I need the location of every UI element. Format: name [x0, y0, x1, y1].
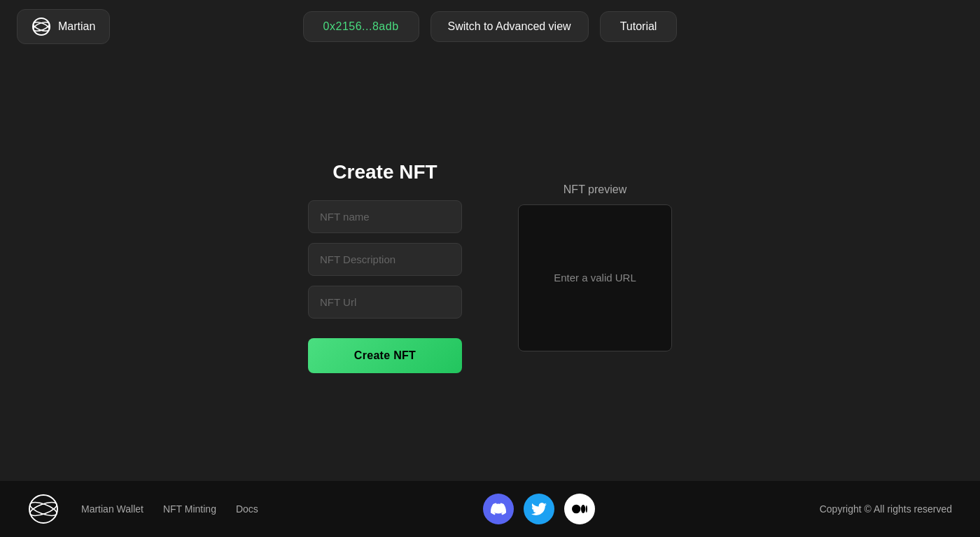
martian-logo-icon [31, 17, 51, 36]
nft-url-input[interactable] [308, 286, 462, 319]
nft-description-input[interactable] [308, 243, 462, 276]
svg-point-0 [33, 18, 50, 35]
footer-link-docs[interactable]: Docs [236, 503, 258, 515]
switch-label: Switch to Advanced view [448, 20, 571, 32]
medium-button[interactable] [564, 494, 595, 524]
address-button[interactable]: 0x2156...8adb [303, 11, 419, 42]
nft-preview-section: NFT preview Enter a valid URL [518, 183, 672, 351]
nft-name-input[interactable] [308, 200, 462, 233]
medium-icon [572, 501, 587, 517]
tutorial-label: Tutorial [620, 20, 657, 32]
twitter-icon [531, 501, 547, 517]
switch-view-button[interactable]: Switch to Advanced view [430, 11, 589, 42]
create-nft-button-label: Create NFT [354, 349, 416, 361]
twitter-button[interactable] [524, 494, 554, 524]
copyright-text: Copyright © All rights reserved [820, 503, 952, 515]
form-title: Create NFT [332, 161, 437, 183]
discord-button[interactable] [483, 494, 514, 524]
create-nft-button[interactable]: Create NFT [308, 338, 462, 373]
logo-label: Martian [58, 20, 95, 33]
footer-link-nft-minting[interactable]: NFT Minting [163, 503, 216, 515]
footer: Martian Wallet NFT Minting Docs Copyrigh… [0, 481, 980, 537]
discord-icon [491, 501, 506, 517]
footer-logo-icon [28, 494, 59, 524]
tutorial-button[interactable]: Tutorial [600, 11, 678, 42]
preview-label: NFT preview [564, 183, 626, 196]
form-inputs: Create NFT [308, 200, 462, 373]
nft-preview-box: Enter a valid URL [518, 204, 672, 351]
header: Martian 0x2156...8adb Switch to Advanced… [0, 0, 980, 53]
footer-links: Martian Wallet NFT Minting Docs [81, 503, 258, 515]
preview-placeholder-text: Enter a valid URL [554, 272, 636, 284]
footer-social-links [483, 494, 595, 524]
footer-copyright: Copyright © All rights reserved [820, 503, 952, 515]
wallet-address: 0x2156...8adb [323, 20, 399, 32]
logo-button[interactable]: Martian [17, 9, 110, 44]
footer-link-martian-wallet[interactable]: Martian Wallet [81, 503, 144, 515]
footer-left: Martian Wallet NFT Minting Docs [28, 494, 258, 524]
main-content: Create NFT Create NFT NFT preview Enter … [0, 53, 980, 481]
create-nft-form: Create NFT Create NFT [308, 161, 462, 373]
